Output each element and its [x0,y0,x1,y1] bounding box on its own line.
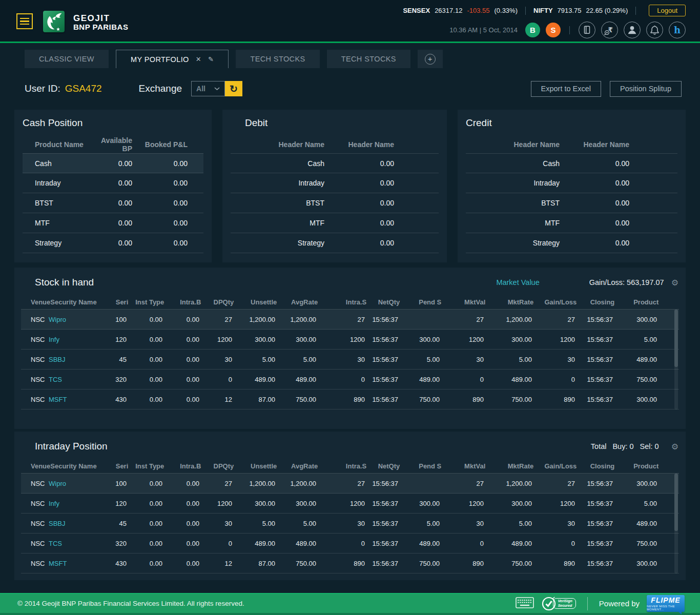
scrollbar-thumb[interactable] [674,474,678,531]
table-cell: 1200 [316,336,365,343]
settings-gear-icon[interactable]: ⚙ [671,442,678,452]
security-name-link[interactable]: Infy [49,500,96,507]
toolbar: User ID: GSA472 Exchange All ↻ Export to… [25,80,682,97]
stock-table: NSCWipro1000.000.00271,200.001,200.00271… [21,310,679,409]
column-header: Security Name [50,462,97,470]
security-name-link[interactable]: SBBJ [49,356,96,363]
column-header: Header Name [466,140,560,149]
buy-badge[interactable]: B [525,23,540,37]
table-row[interactable]: MTF0.00 [231,213,439,233]
table-row[interactable]: Strategy0.00 [466,233,677,253]
close-tab-icon[interactable]: ✕ [196,55,201,63]
panel-header: Stock in hand Market Value Gain/Loss: 56… [14,268,686,295]
security-name-link[interactable]: SBBJ [49,520,96,527]
vertical-scrollbar[interactable] [674,310,678,409]
table-cell: 0.00 [91,239,132,247]
logout-button[interactable]: Logout [649,5,686,16]
table-cell: 0.00 [162,316,199,323]
table-row[interactable]: NSCSBBJ450.000.00305.005.003015:56:375.0… [21,350,679,370]
table-cell: NSC [21,480,49,487]
panel-title: Credit [458,110,686,129]
table-row[interactable]: BTST0.00 [466,193,677,213]
add-tab-button[interactable]: + [418,50,443,68]
table-cell: 300.00 [275,336,316,343]
security-name-link[interactable]: TCS [49,540,96,547]
help-icon[interactable]: h [669,22,686,38]
security-name-link[interactable]: TCS [49,376,96,383]
sell-badge[interactable]: S [546,23,561,37]
table-row[interactable]: NSCMSFT4300.000.001287.00750.0089015:56:… [21,554,679,573]
rupee-search-icon[interactable]: ₹ [601,22,618,38]
vertical-scrollbar[interactable] [674,474,678,573]
table-row[interactable]: NSCInfy1200.000.001200300.00300.00120015… [21,330,679,350]
table-cell: 320 [96,540,127,547]
scrollbar-thumb[interactable] [674,310,678,367]
tab-label: TECH STOCKS [250,55,305,63]
security-name-link[interactable]: Infy [49,336,96,343]
table-row[interactable]: Cash0.00 [231,153,439,173]
table-row[interactable]: Intraday0.00 [231,173,439,193]
exchange-select[interactable]: All [191,81,225,96]
tab-classic-view[interactable]: CLASSIC VIEW [25,50,109,68]
table-row[interactable]: NSCWipro1000.000.00271,200.001,200.00271… [21,310,679,330]
table-row[interactable]: MTF0.000.00 [23,213,203,233]
tab-my-portfolio[interactable]: MY PORTFOLIO ✕ ✎ [116,50,229,68]
table-row[interactable]: Cash0.00 [466,153,677,173]
position-splitup-button[interactable]: Position Splitup [610,81,682,97]
table-cell: 489.00 [232,540,275,547]
user-icon[interactable] [624,22,641,38]
table-cell: 87.00 [232,560,275,567]
table-row[interactable]: MTF0.00 [466,213,677,233]
verisign-secured-badge[interactable]: VeriSign Secured [541,596,576,611]
table-row[interactable]: NSCWipro1000.000.00271,200.001,200.00271… [21,474,679,494]
exchange-label: Exchange [139,83,182,94]
table-cell: Intraday [231,179,324,187]
table-cell: 0.00 [324,159,394,168]
table-row[interactable]: Strategy0.000.00 [23,233,203,253]
panel-table: Cash0.00Intraday0.00BTST0.00MTF0.00Strat… [466,153,677,253]
security-name-link[interactable]: MSFT [49,560,96,567]
virtual-keyboard-icon[interactable] [516,597,534,611]
bell-icon[interactable] [646,22,663,38]
tab-tech-stocks-1[interactable]: TECH STOCKS [236,50,319,68]
table-row[interactable]: Intraday0.00 [466,173,677,193]
tab-tech-stocks-2[interactable]: TECH STOCKS [327,50,410,68]
sensex-label: SENSEX [403,7,430,14]
powered-by-text: Powered by [599,599,640,608]
security-name-link[interactable]: MSFT [49,396,96,403]
table-row[interactable]: BTST0.000.00 [23,193,203,213]
table-row[interactable]: NSCInfy1200.000.001200300.00300.00120015… [21,494,679,514]
menu-hamburger-button[interactable] [16,13,33,29]
security-name-link[interactable]: Wipro [49,316,96,323]
table-cell: 1200 [440,336,484,343]
edit-tab-icon[interactable]: ✎ [208,55,214,63]
table-cell: Intraday [23,179,91,187]
notebook-icon[interactable] [579,22,595,38]
sensex-change-pct: (0.33%) [494,7,518,14]
table-cell: 430 [96,396,127,403]
table-row[interactable]: Intraday0.000.00 [23,173,203,193]
column-header: Venue [21,298,50,306]
table-row[interactable]: Cash0.000.00 [23,153,203,173]
table-cell: 0.00 [324,239,394,247]
table-row[interactable]: NSCTCS3200.000.000489.00489.00015:56:374… [21,370,679,389]
user-id-value: GSA472 [65,83,102,94]
table-cell: 1200 [532,336,575,343]
table-row[interactable]: BTST0.00 [231,193,439,213]
table-row[interactable]: NSCSBBJ450.000.00305.005.003015:56:375.0… [21,514,679,534]
table-cell: 890 [440,560,484,567]
exchange-selected-value: All [196,85,205,93]
intraday-table: NSCWipro1000.000.00271,200.001,200.00271… [21,474,679,573]
refresh-button[interactable]: ↻ [225,81,242,96]
security-name-link[interactable]: Wipro [49,480,96,487]
table-cell: 15:56:37 [575,336,613,343]
settings-gear-icon[interactable]: ⚙ [671,278,678,288]
export-to-excel-button[interactable]: Export to Excel [531,81,602,97]
table-row[interactable]: Strategy0.00 [231,233,439,253]
header-right: SENSEX 26317.12 -103.55 (0.33%) NIFTY 79… [403,0,686,42]
table-row[interactable]: NSCMSFT4300.000.001287.00750.0089015:56:… [21,389,679,409]
market-value-link[interactable]: Market Value [496,278,539,286]
column-header: Venue [21,462,50,470]
brand-line1: GEOJIT [73,14,128,23]
table-row[interactable]: NSCTCS3200.000.000489.00489.00015:56:374… [21,534,679,554]
